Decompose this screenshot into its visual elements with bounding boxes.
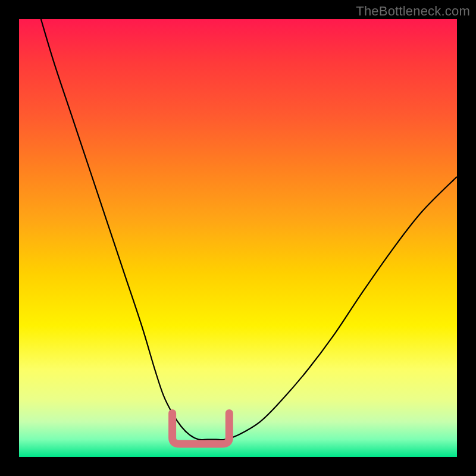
watermark-text: TheBottleneck.com (356, 4, 470, 19)
gradient-plot-area (19, 19, 457, 457)
curve-line (41, 19, 457, 440)
chart-frame: TheBottleneck.com (0, 0, 476, 476)
bottleneck-curve (19, 19, 457, 457)
